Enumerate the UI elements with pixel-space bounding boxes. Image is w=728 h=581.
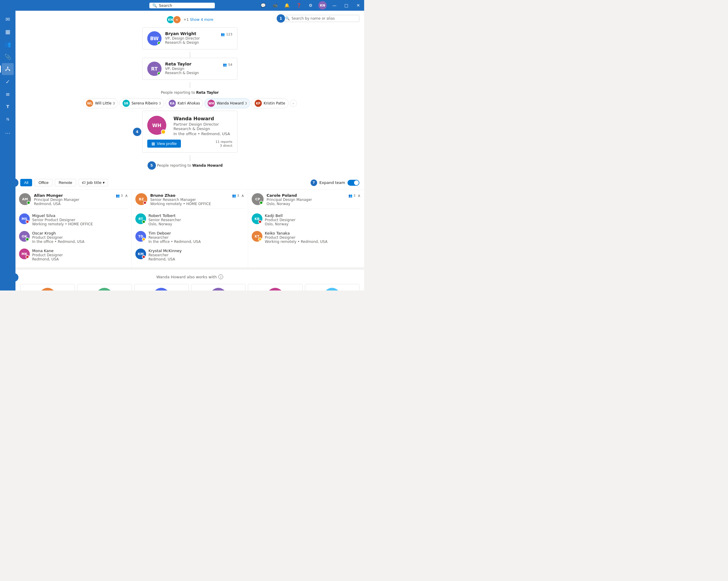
tab-will-little[interactable]: WL Will Little 3 (83, 98, 118, 108)
person-tim[interactable]: TD Tim Deboer Researcher In the office •… (135, 229, 244, 246)
connector-2 (190, 82, 190, 88)
wanda-dept: Research & Design (174, 126, 230, 131)
tab-serena-ribeiro[interactable]: SR Serena Ribeiro 3 (119, 98, 164, 108)
selected-avatar: WH (147, 116, 166, 135)
badge-8: 8 (16, 273, 19, 282)
sidebar-item-onenote[interactable]: N (2, 113, 14, 125)
carole-reports: 👥3 ∧ (348, 193, 361, 198)
svg-line-5 (8, 69, 9, 70)
connector-1 (190, 52, 190, 58)
titlebar-search[interactable]: 🔍 Search (149, 3, 215, 8)
person-oscar[interactable]: OK Oscar Krogh Product Designer In the o… (19, 229, 128, 246)
chat-icon[interactable]: 💬 (257, 0, 269, 11)
reta-name: Reta Taylor (165, 61, 223, 66)
person-kadji[interactable]: KB Kadji Bell Product Designer Oslo, Nor… (252, 211, 361, 229)
tab-kristin-patte[interactable]: KP Kristin Patte (252, 98, 289, 108)
minimize-button[interactable]: — (329, 0, 340, 11)
coworker-robin[interactable]: RC Robin Counts Engineering Manager Oslo… (20, 284, 75, 290)
kadji-avatar: KB (252, 213, 262, 224)
bruno-reports: 👥3 ∧ (232, 193, 244, 198)
job-title-filter[interactable]: 🏷 Job title ▾ (79, 179, 108, 186)
coworkers-grid: RC Robin Counts Engineering Manager Oslo… (20, 284, 359, 290)
person-robert[interactable]: RT Robert Tolbert Senior Researcher Oslo… (135, 211, 244, 229)
reporting-to-wanda-label: 5 People reporting to Wanda Howard (157, 163, 223, 168)
maximize-button[interactable]: □ (340, 0, 352, 11)
show-more-row: KN + +1 Show 4 more (166, 16, 213, 24)
keiko-name: Keiko Tanaka (265, 231, 328, 235)
sidebar-item-lists[interactable]: ≡ (2, 88, 14, 100)
info-icon[interactable]: i (218, 274, 223, 279)
manager-row-bruno[interactable]: BZ Bruno Zhao Senior Research Manager Wo… (135, 193, 244, 209)
filter-remote-button[interactable]: Remote (55, 179, 76, 186)
tab-katri-ahokas[interactable]: KA Katri Ahokas (165, 98, 203, 108)
search-input[interactable]: 🔍 Search by name or alias (282, 15, 359, 22)
gear-icon[interactable]: ⚙ (305, 0, 316, 11)
bryan-dept: Research & Design (165, 41, 221, 45)
sidebar-item-people[interactable]: 👥 (2, 38, 14, 50)
stack-avatar-2: + (173, 16, 181, 24)
oscar-location: In the office • Redmond, USA (32, 239, 84, 244)
carole-title: Principal Design Manager (266, 198, 312, 202)
app-body: ✉ ▦ 👥 📎 ✓ ≡ T N … 1 🔍 Search by name or … (0, 11, 364, 290)
bryan-status (157, 41, 161, 45)
search-icon-small: 🔍 (285, 16, 290, 21)
sidebar-item-tasks[interactable]: ✓ (2, 76, 14, 87)
coworker-kayo[interactable]: KM Kayo Miwa Design partner In the offic… (191, 284, 245, 290)
close-button[interactable]: ✕ (352, 0, 364, 11)
manager-row-allan[interactable]: AM Allan Munger Principal Design Manager… (19, 193, 128, 209)
serena-avatar: SR (123, 100, 130, 107)
filter-all-button[interactable]: All (20, 179, 32, 186)
bruno-title: Senior Research Manager (150, 198, 211, 202)
sidebar-item-calendar[interactable]: ▦ (2, 26, 14, 37)
bruno-avatar: BZ (135, 193, 147, 205)
coworker-hillary[interactable]: HR Hillary Reyes Senior Researcher Worki… (248, 284, 302, 290)
coworker-lydia[interactable]: LB Lydia Bauer Group Product Manager In … (77, 284, 131, 290)
selected-card-bottom: ▦ View profile 11 reports 3 direct (147, 140, 232, 148)
svg-line-4 (6, 69, 8, 70)
kadji-title: Product Designer (265, 218, 295, 222)
show-more-button[interactable]: Show 4 more (190, 18, 213, 22)
tim-title: Researcher (149, 235, 201, 239)
question-icon[interactable]: ❓ (293, 0, 305, 11)
sidebar-item-more[interactable]: … (2, 126, 14, 137)
carole-expand[interactable]: ∧ (358, 193, 361, 198)
view-profile-button[interactable]: ▦ View profile (147, 140, 181, 148)
video-icon[interactable]: 📹 (269, 0, 281, 11)
kristin-name: Kristin Patte (264, 101, 285, 105)
view-profile-label: View profile (157, 142, 177, 146)
bruno-name: Bruno Zhao (150, 193, 211, 198)
person-krystal[interactable]: KM Krystal McKinney Researcher Redmond, … (135, 246, 244, 264)
person-mona[interactable]: MK Mona Kane Product Designer Redmond, U… (19, 246, 128, 264)
keiko-status (258, 237, 262, 241)
org-card-reta[interactable]: RT Reta Taylor VP, Design Research & Des… (142, 58, 237, 80)
tim-info: Tim Deboer Researcher In the office • Re… (149, 231, 201, 244)
coworker-henry[interactable]: HB Henry Brill Engineering Director Work… (134, 284, 189, 290)
kadji-name: Kadji Bell (265, 213, 295, 218)
sidebar-item-files[interactable]: 📎 (2, 51, 14, 62)
wanda-tab-name: Wanda Howard (216, 101, 244, 105)
sidebar-item-orgchart[interactable] (2, 63, 14, 75)
sidebar-item-teams[interactable]: T (2, 101, 14, 112)
org-card-bryan[interactable]: BW Bryan Wright VP, Design Director Rese… (142, 27, 237, 49)
person-miguel[interactable]: MS Miguel Silva Senior Product Designer … (19, 211, 128, 229)
avatar[interactable]: KN (318, 1, 327, 9)
badge-4: 4 (133, 128, 141, 136)
wanda-title: Partner Design Director (174, 122, 230, 126)
expand-team-switch[interactable] (347, 180, 359, 186)
krystal-info: Krystal McKinney Researcher Redmond, USA (149, 249, 182, 261)
person-keiko[interactable]: KT Keiko Tanaka Product Designer Working… (252, 229, 361, 246)
coworker-inna[interactable]: IL Inna Laar Research Director Working r… (305, 284, 359, 290)
mona-location: Redmond, USA (32, 257, 63, 261)
manager-row-carole[interactable]: CP Carole Poland Principal Design Manage… (252, 193, 361, 209)
tab-wanda-howard[interactable]: WH Wanda Howard 3 (204, 98, 250, 108)
tabs-chevron-right[interactable]: › (290, 100, 297, 107)
sidebar-item-mail[interactable]: ✉ (2, 13, 14, 25)
allan-expand[interactable]: ∧ (125, 193, 128, 198)
will-count: 3 (113, 101, 115, 105)
bryan-title: VP, Design Director (165, 36, 221, 41)
filter-office-button[interactable]: Office (34, 179, 52, 186)
miguel-avatar: MS (19, 213, 30, 224)
bell-icon[interactable]: 🔔 (281, 0, 293, 11)
krystal-avatar: KM (135, 249, 146, 259)
bruno-expand[interactable]: ∧ (241, 193, 244, 198)
